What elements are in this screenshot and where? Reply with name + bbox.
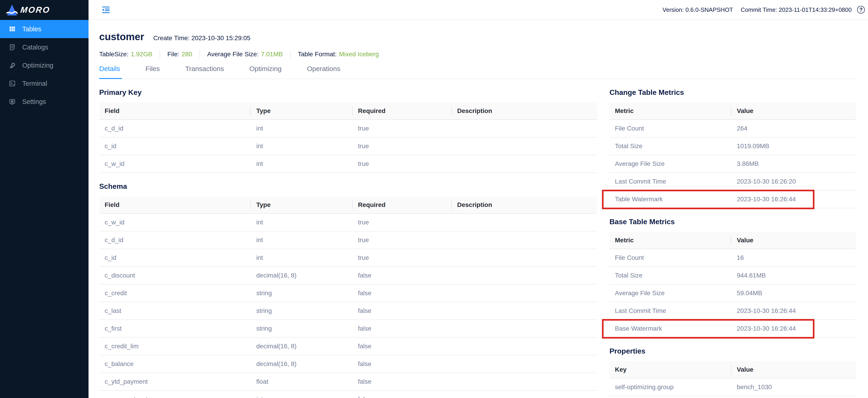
table-row: Table Watermark2023-10-30 16:26:44 — [610, 191, 856, 208]
table-cell: Table Watermark — [610, 196, 731, 203]
table-header-row: Metric Value — [610, 232, 856, 249]
table-row: c_w_idinttrue — [99, 214, 597, 231]
stat-file-count: File:280 — [167, 51, 192, 58]
column-header: Value — [731, 361, 856, 378]
table-cell: string — [251, 325, 352, 332]
settings-monitor-icon — [9, 98, 16, 105]
table-cell: int — [251, 142, 352, 150]
table-cell: true — [352, 142, 452, 150]
table-grid-icon — [9, 25, 16, 33]
version-label: Version: 0.6.0-SNAPSHOT — [662, 6, 733, 13]
sidebar-item-terminal[interactable]: Terminal — [0, 74, 89, 93]
topbar: Version: 0.6.0-SNAPSHOT Commit Time: 202… — [89, 0, 868, 20]
table-cell: false — [352, 396, 452, 398]
table-cell: true — [352, 254, 452, 261]
column-header: Value — [731, 103, 856, 119]
table-row: Average File Size59.04MB — [610, 285, 856, 302]
table-row: c_payment_cntintfalse — [99, 391, 597, 398]
table-cell: false — [352, 343, 452, 350]
table-row: self-optimizing.groupbench_1030 — [610, 378, 856, 396]
amoro-logo-text: MORO — [20, 5, 52, 15]
page-title: customer — [99, 31, 144, 42]
properties-title: Properties — [610, 346, 856, 356]
sidebar: MORO Tables — [0, 0, 89, 398]
table-cell: 264 — [731, 125, 856, 132]
stat-divider — [199, 50, 200, 58]
table-cell: c_last — [99, 307, 251, 314]
table-row: c_w_idinttrue — [99, 155, 597, 173]
tab-files[interactable]: Files — [146, 65, 160, 78]
table-cell: c_id — [99, 254, 251, 261]
sidebar-item-optimizing[interactable]: Optimizing — [0, 56, 89, 74]
table-stats-row: TableSize:1.92GB File:280 Average File S… — [99, 51, 856, 58]
help-question-icon[interactable]: ? — [857, 6, 865, 13]
sidebar-menu: Tables Catalogs — [0, 20, 89, 111]
topbar-right: Version: 0.6.0-SNAPSHOT Commit Time: 202… — [662, 6, 865, 13]
menu-fold-icon[interactable] — [101, 5, 110, 14]
table-cell: c_credit_lim — [99, 343, 251, 350]
stat-divider — [160, 50, 160, 58]
table-cell: string — [251, 290, 352, 297]
column-header: Value — [731, 232, 856, 249]
table-cell: c_w_id — [99, 219, 251, 226]
table-cell: Last Commit Time — [610, 307, 731, 314]
terminal-icon — [9, 80, 16, 87]
primary-key-title: Primary Key — [99, 88, 597, 97]
table-header-row: Field Type Required Description — [99, 197, 597, 214]
table-body: File Count16Total Size944.61MBAverage Fi… — [610, 249, 856, 338]
sidebar-item-settings[interactable]: Settings — [0, 93, 89, 111]
table-cell: decimal(16, 8) — [251, 360, 352, 368]
sidebar-item-tables[interactable]: Tables — [0, 20, 89, 38]
tab-operations[interactable]: Operations — [307, 65, 340, 78]
base-table-metrics-title: Base Table Metrics — [610, 217, 856, 227]
column-header: Required — [352, 103, 452, 119]
stat-table-format: Table Format:Mixed Iceberg — [298, 51, 379, 58]
table-cell: c_id — [99, 142, 251, 150]
sidebar-item-label: Settings — [22, 98, 46, 105]
table-row: c_creditstringfalse — [99, 285, 597, 302]
table-cell: false — [352, 325, 452, 332]
tab-details[interactable]: Details — [99, 65, 120, 78]
amoro-logo[interactable]: MORO — [0, 0, 89, 20]
table-cell: bench_1030 — [731, 384, 856, 391]
table-cell: c_payment_cnt — [99, 396, 251, 398]
app-root: MORO Tables — [0, 0, 868, 398]
table-cell: 2023-10-30 16:26:44 — [731, 307, 856, 314]
schema-title: Schema — [99, 181, 597, 191]
table-body: c_w_idinttruec_d_idinttruec_idinttruec_d… — [99, 214, 597, 398]
change-table-metrics-table: Metric Value File Count264Total Size1019… — [610, 103, 856, 208]
table-row: Base Watermark2023-10-30 16:26:44 — [610, 320, 856, 338]
table-cell: Total Size — [610, 142, 731, 150]
table-cell: File Count — [610, 254, 731, 261]
table-cell: decimal(16, 8) — [251, 272, 352, 279]
sidebar-item-catalogs[interactable]: Catalogs — [0, 38, 89, 56]
table-cell: File Count — [610, 125, 731, 132]
table-row: File Count264 — [610, 120, 856, 137]
table-cell: c_first — [99, 325, 251, 332]
table-cell: c_d_id — [99, 125, 251, 132]
table-row: c_firststringfalse — [99, 320, 597, 338]
table-detail-tabs: Details Files Transactions Optimizing Op… — [99, 65, 856, 79]
column-header: Metric — [610, 232, 731, 249]
table-cell: false — [352, 290, 452, 297]
table-cell: Total Size — [610, 272, 731, 279]
table-cell: c_discount — [99, 272, 251, 279]
table-cell: int — [251, 236, 352, 244]
table-row: c_d_idinttrue — [99, 231, 597, 249]
table-cell: false — [352, 272, 452, 279]
table-cell: 2023-10-30 16:26:44 — [731, 196, 856, 203]
primary-key-table: Field Type Required Description c_d_idin… — [99, 103, 597, 173]
sidebar-item-label: Terminal — [22, 80, 47, 87]
table-cell: float — [251, 378, 352, 385]
schema-table: Field Type Required Description c_w_idin… — [99, 197, 597, 398]
table-cell: 59.04MB — [731, 290, 856, 297]
column-header: Description — [452, 197, 597, 213]
amoro-logo-mark — [6, 4, 18, 16]
table-row: c_discountdecimal(16, 8)false — [99, 267, 597, 285]
column-header: Description — [452, 103, 597, 119]
table-cell: true — [352, 236, 452, 244]
sidebar-item-label: Catalogs — [22, 43, 48, 51]
tab-transactions[interactable]: Transactions — [185, 65, 224, 78]
tab-optimizing[interactable]: Optimizing — [249, 65, 282, 78]
column-header: Field — [99, 197, 251, 213]
